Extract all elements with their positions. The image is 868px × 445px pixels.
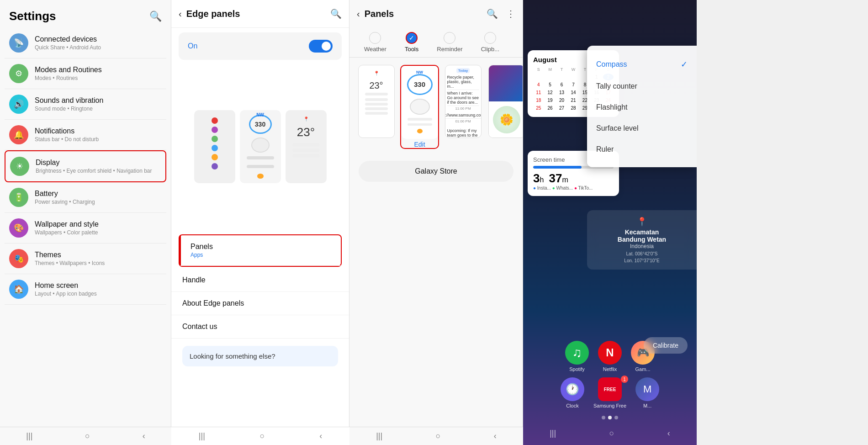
settings-item-battery[interactable]: 🔋BatteryPower saving • Charging bbox=[5, 182, 166, 213]
preview-card-weather: 📍 23° bbox=[286, 110, 327, 183]
settings-item-notifications[interactable]: 🔔NotificationsStatus bar • Do not distur… bbox=[5, 120, 166, 150]
panels-title: Panels bbox=[365, 9, 482, 19]
sounds-vibration-subtitle: Sound mode • Ringtone bbox=[35, 106, 103, 112]
settings-item-wallpaper-style[interactable]: 🎨Wallpaper and styleWallpapers • Color p… bbox=[5, 213, 166, 244]
settings-item-display[interactable]: ☀DisplayBrightness • Eye comfort shield … bbox=[5, 150, 166, 182]
location-area: Kecamatan bbox=[594, 228, 689, 236]
panels-nav-home[interactable]: ○ bbox=[436, 431, 441, 441]
toggle-row: On bbox=[179, 32, 342, 60]
cal-header: S bbox=[533, 66, 544, 73]
phone-nav-back[interactable]: ‹ bbox=[667, 429, 670, 438]
screen-time-value: 3h 37m bbox=[533, 171, 614, 185]
home-screen-icon: 🏠 bbox=[9, 280, 28, 299]
samsung-free-icon-img: FREE bbox=[598, 377, 622, 401]
calibrate-button[interactable]: Calibrate bbox=[644, 337, 688, 354]
panel-thumb-clipboard-img: 🌼 bbox=[488, 65, 523, 138]
edge-overlay-item-tally-counter[interactable]: Tally counter bbox=[587, 76, 697, 97]
settings-item-themes[interactable]: 🎭ThemesThemes • Wallpapers • Icons bbox=[5, 244, 166, 274]
panels-tab-reminder[interactable]: Reminder bbox=[429, 27, 470, 57]
clock-label: Clock bbox=[566, 403, 579, 408]
settings-title: Settings bbox=[9, 9, 56, 23]
panels-back-button[interactable]: ‹ bbox=[357, 9, 360, 19]
panel-thumb-tools: NW 330 Edit bbox=[400, 65, 439, 149]
reminder-line-3: http://www.samsung.com... bbox=[445, 112, 482, 119]
panels-link: PanelsApps bbox=[191, 243, 330, 258]
screen-time-h-unit: h bbox=[540, 176, 544, 184]
edge-overlay-item-flashlight[interactable]: Flashlight bbox=[587, 97, 697, 118]
cal-day: 18 bbox=[533, 97, 544, 104]
panel-edit-link[interactable]: Edit bbox=[414, 141, 425, 148]
edge-nav-bar: ||| ○ ‹ bbox=[171, 427, 349, 445]
cal-header: W bbox=[568, 66, 578, 73]
edge-panels-toggle[interactable] bbox=[309, 40, 333, 53]
cal-day: 12 bbox=[545, 89, 555, 96]
cal-header: T bbox=[556, 66, 567, 73]
nav-back-icon[interactable]: ‹ bbox=[143, 431, 145, 441]
home-screen-label: Home screen bbox=[35, 281, 97, 290]
panels-nav-recent[interactable]: ||| bbox=[376, 431, 382, 441]
wallpaper-style-subtitle: Wallpapers • Color palette bbox=[35, 229, 99, 236]
edge-menu-item-about[interactable]: About Edge panels bbox=[171, 292, 349, 315]
nav-recent-icon[interactable]: ||| bbox=[26, 431, 32, 441]
app-icon-netflix[interactable]: N Netflix bbox=[598, 341, 622, 372]
edge-menu-item-handle[interactable]: Handle bbox=[171, 269, 349, 292]
battery-icon: 🔋 bbox=[9, 188, 28, 207]
settings-item-modes-routines[interactable]: ⚙Modes and RoutinesModes • Routines bbox=[5, 58, 166, 89]
cal-day: 11 bbox=[533, 89, 544, 96]
sounds-vibration-label: Sounds and vibration bbox=[35, 96, 103, 105]
edge-search-icon[interactable]: 🔍 bbox=[330, 8, 342, 19]
panels-more-icon[interactable]: ⋮ bbox=[506, 8, 515, 19]
edge-back-button[interactable]: ‹ bbox=[179, 9, 182, 19]
cal-day: 4 bbox=[533, 81, 544, 88]
edge-overlay-item-surface-level[interactable]: Surface level bbox=[587, 118, 697, 139]
cal-day: 19 bbox=[545, 97, 555, 104]
edge-nav-recent[interactable]: ||| bbox=[199, 431, 205, 441]
cal-day: 6 bbox=[556, 81, 567, 88]
app-icon-spotify[interactable]: ♫ Spotify bbox=[565, 341, 589, 372]
page-dot-3 bbox=[614, 416, 618, 419]
phone-nav-home[interactable]: ○ bbox=[609, 429, 614, 438]
galaxy-store-button[interactable]: Galaxy Store bbox=[359, 161, 513, 182]
panels-tab-clipboard[interactable]: Clipb... bbox=[474, 27, 507, 57]
settings-item-sounds-vibration[interactable]: 🔊Sounds and vibrationSound mode • Ringto… bbox=[5, 89, 166, 120]
edge-panels-panel: ‹ Edge panels 🔍 On NW 330 bbox=[171, 0, 349, 445]
checkmark-icon: ✓ bbox=[681, 59, 688, 69]
settings-item-connected-devices[interactable]: 📡Connected devicesQuick Share • Android … bbox=[5, 28, 166, 58]
edge-nav-home[interactable]: ○ bbox=[260, 431, 265, 441]
panels-nav-back[interactable]: ‹ bbox=[494, 431, 497, 441]
home-screen-subtitle: Layout • App icon badges bbox=[35, 291, 97, 297]
settings-search-icon[interactable]: 🔍 bbox=[149, 11, 162, 22]
panel-thumb-reminder: Today Recycle paper, plastic, glass, m..… bbox=[444, 65, 482, 149]
edge-menu-item-contact[interactable]: Contact us bbox=[171, 315, 349, 339]
edge-menu-item-panels[interactable]: PanelsApps bbox=[180, 235, 341, 266]
app-icon-maps[interactable]: M M... bbox=[635, 377, 659, 408]
panels-tab-weather[interactable]: Weather bbox=[357, 27, 394, 57]
app-icon-samsung-free[interactable]: FREE 1 Samsung Free bbox=[593, 377, 626, 408]
settings-panel: Settings 🔍 📡Connected devicesQuick Share… bbox=[0, 0, 171, 445]
color-dot bbox=[212, 145, 218, 151]
phone-nav-recent[interactable]: ||| bbox=[550, 429, 556, 438]
display-subtitle: Brightness • Eye comfort shield • Naviga… bbox=[36, 168, 152, 174]
app-icon-clock[interactable]: 🕐 Clock bbox=[561, 377, 584, 408]
edge-overlay-label-tally-counter: Tally counter bbox=[596, 82, 637, 90]
edge-looking-for-box: Looking for something else? bbox=[182, 346, 338, 366]
panels-tab-tools[interactable]: Tools bbox=[397, 27, 426, 57]
edge-overlay-item-compass[interactable]: Compass✓ bbox=[587, 53, 697, 76]
panel-thumb-reminder-img: Today Recycle paper, plastic, glass, m..… bbox=[445, 65, 482, 138]
settings-item-home-screen[interactable]: 🏠Home screenLayout • App icon badges bbox=[5, 274, 166, 305]
color-dot bbox=[212, 163, 218, 170]
panels-search-icon[interactable]: 🔍 bbox=[487, 8, 498, 19]
edge-overlay-label-surface-level: Surface level bbox=[596, 124, 639, 132]
nav-home-icon[interactable]: ○ bbox=[85, 431, 90, 441]
connected-devices-label: Connected devices bbox=[35, 35, 101, 43]
edge-overlay-item-ruler[interactable]: Ruler bbox=[587, 139, 697, 160]
color-dot bbox=[212, 136, 218, 142]
edge-nav-back[interactable]: ‹ bbox=[319, 431, 322, 441]
phone-apps-row: 🕐 Clock FREE 1 Samsung Free M M... bbox=[523, 377, 697, 408]
sounds-vibration-icon: 🔊 bbox=[9, 95, 28, 114]
netflix-label: Netflix bbox=[603, 366, 617, 372]
location-country: Indonesia bbox=[594, 243, 689, 249]
color-dot bbox=[212, 127, 218, 133]
modes-routines-label: Modes and Routines bbox=[35, 66, 102, 74]
panels-header: ‹ Panels 🔍 ⋮ bbox=[349, 0, 523, 27]
